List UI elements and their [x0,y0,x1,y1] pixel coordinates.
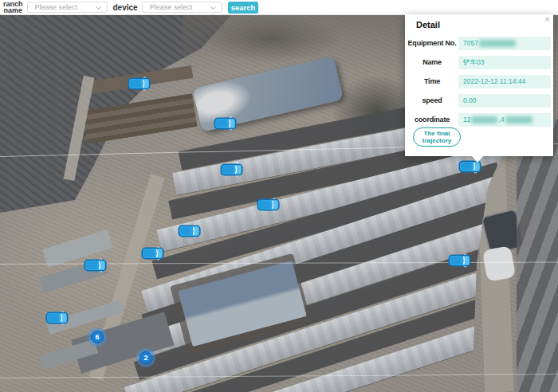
detail-field-label: Equipment No. [407,39,458,47]
detail-field-value: 2022-12-12 11:14:44 [458,75,551,88]
detail-field-label: Name [407,58,458,66]
device-label: device [113,3,138,12]
detail-field-label: speed [407,96,458,104]
device-select-placeholder: Please select [150,3,211,11]
cluster-count: 2 [140,351,152,364]
search-button[interactable]: search [228,2,259,14]
detail-field-value: 7057 [458,37,551,50]
detail-panel: × Detail Equipment No.7057Name铲车03Time20… [405,14,553,156]
ranch-select-placeholder: Please select [35,3,96,11]
close-icon[interactable]: × [545,15,550,24]
truck-marker[interactable] [448,253,472,268]
device-select[interactable]: Please select [142,2,222,13]
final-trajectory-button[interactable]: The final trajectory [413,127,461,147]
detail-fields: Equipment No.7057Name铲车03Time2022-12-12 … [407,33,552,129]
final-trajectory-label: trajectory [414,137,460,144]
detail-panel-title: Detail [416,20,440,29]
truck-marker[interactable] [178,224,202,238]
cluster-count: 6 [91,331,104,343]
detail-field-value: 0.00 [458,94,551,108]
truck-marker[interactable] [141,246,165,261]
detail-panel-arrow [471,155,484,163]
truck-marker[interactable] [214,116,238,131]
redacted-value [505,116,532,123]
truck-marker[interactable] [257,198,281,212]
cluster-marker[interactable]: 2 [136,348,155,367]
cluster-marker[interactable]: 6 [88,327,107,347]
truck-marker[interactable] [84,258,108,272]
detail-field-row: Equipment No.7057 [407,33,552,53]
top-toolbar: ranch name Please select device Please s… [0,0,558,15]
chevron-down-icon [95,3,100,9]
final-trajectory-label: The final [414,130,460,137]
detail-field-row: Time2022-12-12 11:14:44 [407,72,552,91]
detail-field-value: 12,4 [458,113,551,127]
truck-marker[interactable] [45,311,69,325]
chevron-down-icon [210,3,216,9]
detail-field-label: Time [407,77,458,85]
truck-marker[interactable] [128,76,151,91]
redacted-value [471,116,497,123]
detail-field-row: coordinate12,4 [407,110,552,129]
detail-field-row: speed0.00 [407,91,552,110]
ranch-name-label: ranch name [3,1,23,14]
detail-field-label: coordinate [407,116,458,123]
detail-field-row: Name铲车03 [407,53,552,72]
truck-marker[interactable] [220,163,244,177]
ranch-select[interactable]: Please select [27,2,108,13]
redacted-value [479,40,516,47]
detail-field-value: 铲车03 [458,56,551,69]
